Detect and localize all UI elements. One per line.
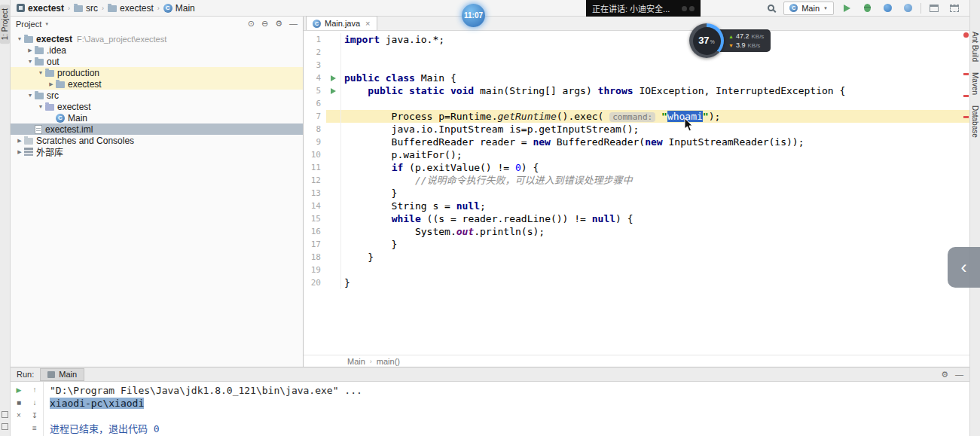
- console-output[interactable]: "D:\Program Files\Java\jdk1.8.0_121\bin\…: [44, 382, 969, 436]
- code-line-17[interactable]: 17 }: [304, 238, 969, 251]
- code-editor[interactable]: 1import java.io.*;234public class Main {…: [304, 31, 969, 355]
- code-line-9[interactable]: 9 BufferedReader reader = new BufferedRe…: [304, 136, 969, 148]
- breadcrumb-item-exectest[interactable]: exectest: [15, 3, 66, 14]
- chevron-right-icon[interactable]: ▶: [26, 47, 35, 53]
- search-button[interactable]: [763, 2, 778, 15]
- profiler-button[interactable]: [900, 2, 915, 15]
- scroll-to-end-button[interactable]: ↧: [29, 410, 41, 421]
- code-line-5[interactable]: 5 public static void main(String[] args)…: [304, 84, 969, 97]
- inspections-indicator-icon[interactable]: [963, 32, 969, 38]
- code-line-3[interactable]: 3: [304, 59, 969, 72]
- code-line-6[interactable]: 6: [304, 97, 969, 110]
- run-line-icon[interactable]: [331, 75, 336, 81]
- locate-file-icon[interactable]: ⊙: [248, 20, 255, 28]
- performance-overlay: 37% ▲ 47.2 KB/s ▼ 3.9 KB/s: [689, 23, 771, 58]
- breadcrumb-item-main[interactable]: Main: [162, 3, 197, 14]
- chevron-down-icon[interactable]: ▼: [36, 104, 45, 109]
- run-line-icon[interactable]: [331, 88, 336, 94]
- chevron-right-icon[interactable]: ▶: [47, 81, 56, 87]
- code-line-19[interactable]: 19: [304, 264, 969, 276]
- tree-item-production[interactable]: ▼production: [11, 67, 303, 78]
- breadcrumb-method[interactable]: main(): [377, 357, 400, 366]
- run-tab-main[interactable]: Main: [40, 368, 84, 381]
- code-token-pl: }: [344, 277, 350, 288]
- tree-item-exectest-iml[interactable]: exectest.iml: [11, 123, 303, 135]
- up-stack-button[interactable]: ↑: [29, 384, 41, 395]
- tree-item-exectest[interactable]: ▶exectest: [11, 78, 303, 90]
- code-line-11[interactable]: 11 if (p.exitValue() != 0) {: [304, 161, 969, 174]
- tree-item-exectest[interactable]: ▼exectest: [11, 101, 303, 112]
- code-token-kw: null: [456, 200, 480, 212]
- code-line-18[interactable]: 18 }: [304, 251, 969, 264]
- project-panel-title[interactable]: Project: [16, 20, 41, 29]
- stop-button[interactable]: ■: [13, 397, 25, 408]
- tool-stripe-maven[interactable]: Maven: [971, 72, 979, 95]
- tree-item-idea[interactable]: ▶.idea: [11, 44, 303, 56]
- chevron-down-icon[interactable]: ▼: [36, 70, 45, 75]
- console-line[interactable]: [50, 410, 963, 422]
- breadcrumb-item-src[interactable]: src: [72, 3, 99, 14]
- code-token-kw: throws: [598, 85, 640, 96]
- console-line[interactable]: "D:\Program Files\Java\jdk1.8.0_121\bin\…: [50, 384, 963, 397]
- debug-button[interactable]: [859, 2, 875, 15]
- coverage-button[interactable]: [880, 2, 895, 15]
- code-line-14[interactable]: 14 String s = null;: [304, 200, 969, 212]
- code-line-16[interactable]: 16 System.out.println(s);: [304, 225, 969, 238]
- editor-tab-main-java[interactable]: Main.java ×: [306, 16, 377, 30]
- overlay-collapse-chevron[interactable]: ‹: [948, 247, 980, 288]
- down-stack-button[interactable]: ↓: [29, 397, 41, 408]
- line-number: 13: [304, 187, 326, 200]
- chevron-down-icon[interactable]: ▼: [15, 36, 24, 41]
- breadcrumb-item-exectest[interactable]: exectest: [106, 3, 155, 14]
- code-line-8[interactable]: 8 java.io.InputStream is=p.getInputStrea…: [304, 123, 969, 136]
- error-stripe-mark[interactable]: [963, 116, 969, 118]
- editor-column: Main.java × 1import java.io.*;234public …: [304, 17, 969, 367]
- tree-item-src[interactable]: ▼src: [11, 90, 303, 101]
- code-line-4[interactable]: 4public class Main {: [304, 72, 969, 84]
- run-config-select[interactable]: Main ▼: [783, 2, 834, 15]
- chevron-down-icon[interactable]: ▼: [26, 93, 35, 98]
- gutter-slot: [326, 238, 341, 251]
- project-stripe-button[interactable]: 1: Project: [0, 5, 10, 44]
- console-line[interactable]: 进程已结束，退出代码 0: [50, 422, 963, 435]
- tree-item-scratches-and-consoles[interactable]: ▶Scratches and Consoles: [11, 135, 303, 146]
- code-line-1[interactable]: 1import java.io.*;: [304, 33, 969, 46]
- code-line-15[interactable]: 15 while ((s = reader.readLine()) != nul…: [304, 212, 969, 225]
- soft-wrap-button[interactable]: ≡: [29, 422, 41, 434]
- chevron-down-icon[interactable]: ▼: [26, 59, 35, 64]
- rerun-button[interactable]: ▶: [13, 384, 25, 395]
- tree-item-out[interactable]: ▼out: [11, 56, 303, 67]
- close-console-button[interactable]: ×: [13, 410, 25, 421]
- run-settings-gear-icon[interactable]: ⚙: [941, 370, 948, 379]
- tree-item-item[interactable]: ▶外部库: [11, 146, 303, 157]
- chevron-right-icon[interactable]: ▶: [15, 138, 24, 144]
- hide-run-panel-icon[interactable]: —: [955, 370, 963, 379]
- tree-item-exectest[interactable]: ▼exectestF:\Java_project\exectest: [11, 33, 303, 44]
- breadcrumb-class[interactable]: Main: [347, 357, 365, 366]
- run-panel-body: ▶ ■ × ↑ ↓ ↧ ≡ "D:\Program Files\Java\jdk…: [11, 382, 969, 436]
- tool-stripe-ant-build[interactable]: Ant Build: [971, 32, 979, 62]
- folder-icon: [35, 47, 44, 54]
- code-line-12[interactable]: 12 //说明命令执行失败，可以进入到错误处理步骤中: [304, 174, 969, 187]
- tool-stripe-database[interactable]: Database: [971, 105, 979, 138]
- code-line-20[interactable]: 20}: [304, 276, 969, 289]
- hide-panel-icon[interactable]: —: [289, 20, 298, 28]
- code-line-2[interactable]: 2: [304, 46, 969, 59]
- settings-gear-icon[interactable]: ⚙: [275, 20, 282, 28]
- chevron-right-icon[interactable]: ▶: [15, 149, 24, 155]
- run-stripe-icon[interactable]: [2, 411, 8, 418]
- error-stripe-mark[interactable]: [963, 73, 969, 75]
- console-line[interactable]: xiaodi-pc\xiaodi: [50, 397, 963, 410]
- terminal-stripe-icon[interactable]: [2, 423, 8, 430]
- close-tab-icon[interactable]: ×: [365, 19, 370, 28]
- tree-item-main[interactable]: Main: [11, 112, 303, 123]
- code-line-13[interactable]: 13 }: [304, 187, 969, 200]
- code-line-10[interactable]: 10 p.waitFor();: [304, 148, 969, 161]
- run-button[interactable]: [839, 2, 854, 15]
- line-number: 3: [304, 59, 326, 72]
- collapse-all-icon[interactable]: ⊖: [261, 20, 268, 28]
- error-stripe-mark[interactable]: [963, 95, 969, 97]
- tool-windows-button[interactable]: [927, 2, 942, 15]
- restore-layout-button[interactable]: [947, 2, 962, 15]
- code-line-7[interactable]: 7 Process p=Runtime.getRuntime().exec( c…: [304, 110, 969, 123]
